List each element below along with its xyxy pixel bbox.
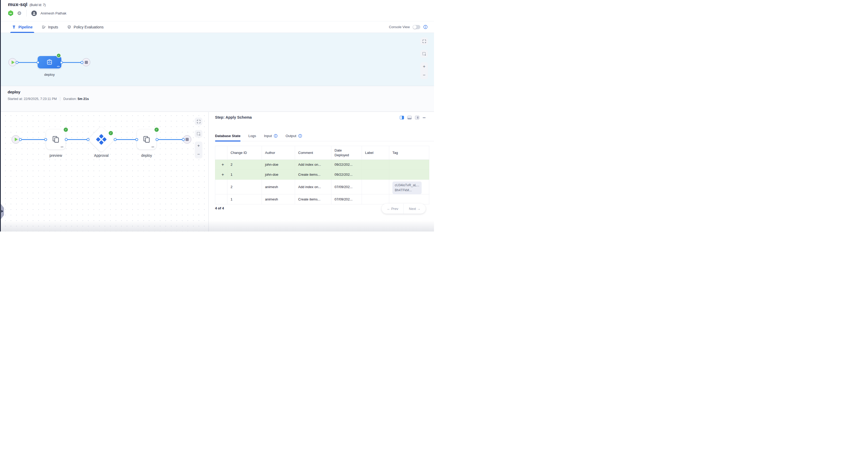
infinity-glyph: ∞ (9, 11, 12, 15)
edge (61, 62, 83, 63)
tab-database-state[interactable]: Database State (215, 131, 241, 141)
info-icon[interactable] (274, 134, 278, 138)
step-info-band: deploy Started at: 22/9/2025, 7:23:11 PM… (1, 86, 434, 112)
lower-pipeline-canvas[interactable]: </> ✓ ✓ </> ✓ preview Approval deploy (1, 112, 209, 232)
app-root: mux-sql (Build Id: 7) ∞ ⚙ Animesh Pathak… (0, 0, 434, 232)
table-row[interactable]: + 1 john-doe Create items... 09/22/202..… (215, 170, 429, 180)
cell-comment: Add index on... (295, 180, 331, 194)
tab-label: Pipeline (19, 25, 33, 29)
minimize-panel-icon[interactable] (423, 117, 426, 118)
node-preview[interactable]: </> (46, 129, 65, 150)
table-row[interactable]: + 2 john-doe Add index on... 09/22/202..… (215, 160, 429, 170)
next-button[interactable]: Next → (404, 204, 426, 213)
pipeline-icon (12, 25, 16, 29)
node-deploy[interactable]: </> </> (38, 56, 61, 68)
expand-row-button[interactable]: + (215, 160, 227, 170)
col-author: Author (262, 146, 295, 160)
play-icon (15, 138, 18, 141)
layout-split-bottom-icon[interactable] (407, 116, 412, 120)
tab-policy-evaluations[interactable]: Policy Evaluations (67, 21, 104, 33)
tab-pipeline[interactable]: Pipeline (12, 21, 33, 33)
cell-date: 09/22/202... (331, 170, 362, 180)
duration: Duration: 5m 21s (63, 97, 89, 101)
port[interactable] (60, 61, 63, 64)
cell-change-id: 1 (227, 194, 262, 204)
port[interactable] (87, 138, 90, 141)
status-hexagon-icon[interactable]: ∞ (8, 10, 13, 16)
node-label-deploy: deploy (131, 153, 162, 158)
fit-view-button[interactable] (195, 118, 203, 125)
pagination: ← Prev Next → (382, 204, 426, 213)
cell-label (362, 194, 389, 204)
tab-label: Inputs (48, 25, 58, 29)
success-badge-icon: ✓ (108, 131, 114, 136)
code-glyph: </> (61, 146, 63, 148)
tab-label: Logs (248, 134, 256, 138)
select-area-button[interactable] (420, 50, 428, 58)
port[interactable] (156, 138, 158, 141)
collapsed-sidebar-rail (0, 0, 1, 232)
node-deploy[interactable]: </> (137, 129, 156, 150)
code-glyph: </> (57, 65, 60, 68)
success-badge-icon: ✓ (154, 127, 159, 132)
top-pipeline-canvas[interactable]: </> </> ✓ deploy + − (1, 33, 434, 86)
tab-logs[interactable]: Logs (248, 131, 256, 141)
port[interactable] (81, 61, 84, 64)
stop-icon (85, 61, 88, 64)
zoom-in-button[interactable]: + (197, 143, 200, 148)
tab-input[interactable]: Input (264, 131, 278, 141)
cell-author: john-doe (262, 160, 295, 170)
port[interactable] (37, 61, 39, 64)
fit-view-button[interactable] (420, 37, 428, 45)
zoom-out-button[interactable]: − (423, 73, 426, 77)
edge (115, 139, 136, 140)
tab-inputs[interactable]: Inputs (41, 21, 58, 33)
tag-chip[interactable]: cU34ioTvR_aL...Bh4TFkM... (393, 181, 422, 194)
cell-author: animesh (262, 180, 295, 194)
step-name: deploy (8, 90, 20, 94)
tab-label: Input (264, 134, 272, 138)
cell-label (362, 170, 389, 180)
port[interactable] (19, 138, 22, 141)
row-count: 4 of 4 (215, 206, 224, 210)
port[interactable] (182, 138, 185, 141)
end-node[interactable] (82, 58, 90, 66)
info-icon[interactable] (298, 134, 302, 138)
node-label-deploy: deploy (38, 73, 61, 76)
cell-change-id: 2 (227, 160, 262, 170)
shield-check-icon (67, 25, 71, 29)
table-row[interactable]: 2 animesh Add index on... 07/09/202... c… (215, 180, 429, 194)
success-badge-icon: ✓ (63, 127, 68, 132)
zoom-controls: + − (420, 62, 428, 79)
prev-button[interactable]: ← Prev (382, 204, 403, 213)
layout-float-icon[interactable] (415, 116, 419, 120)
tab-label: Policy Evaluations (74, 25, 104, 29)
port[interactable] (65, 138, 68, 141)
info-icon[interactable] (423, 25, 428, 29)
cell-change-id: 1 (227, 170, 262, 180)
table-row[interactable]: 1 animesh Create items... 07/09/202... (215, 194, 429, 204)
cell-tag (389, 160, 429, 170)
svg-text:</>: </> (48, 61, 51, 64)
console-view-toggle[interactable] (413, 25, 420, 29)
port[interactable] (135, 138, 138, 141)
select-area-button[interactable] (195, 130, 203, 138)
col-tag: Tag (389, 146, 429, 160)
col-label: Label (362, 146, 389, 160)
cell-date: 09/22/202... (331, 160, 362, 170)
cell-comment: Create items... (295, 194, 331, 204)
avatar (31, 10, 37, 16)
expand-row-button[interactable]: + (215, 170, 227, 180)
settings-gear-icon[interactable]: ⚙ (17, 11, 22, 16)
tab-output[interactable]: Output (285, 131, 302, 141)
cell-tag: cU34ioTvR_aL...Bh4TFkM... (389, 180, 429, 194)
zoom-in-button[interactable]: + (423, 64, 426, 69)
zoom-out-button[interactable]: − (197, 152, 200, 157)
port[interactable] (16, 61, 19, 64)
port[interactable] (114, 138, 117, 141)
cell-author: animesh (262, 194, 295, 204)
port[interactable] (44, 138, 47, 141)
layout-split-right-icon[interactable] (400, 116, 404, 120)
panel-tab-bar: Database State Logs Input Output (215, 131, 434, 141)
panel-title: Step: Apply Schema (215, 115, 252, 120)
